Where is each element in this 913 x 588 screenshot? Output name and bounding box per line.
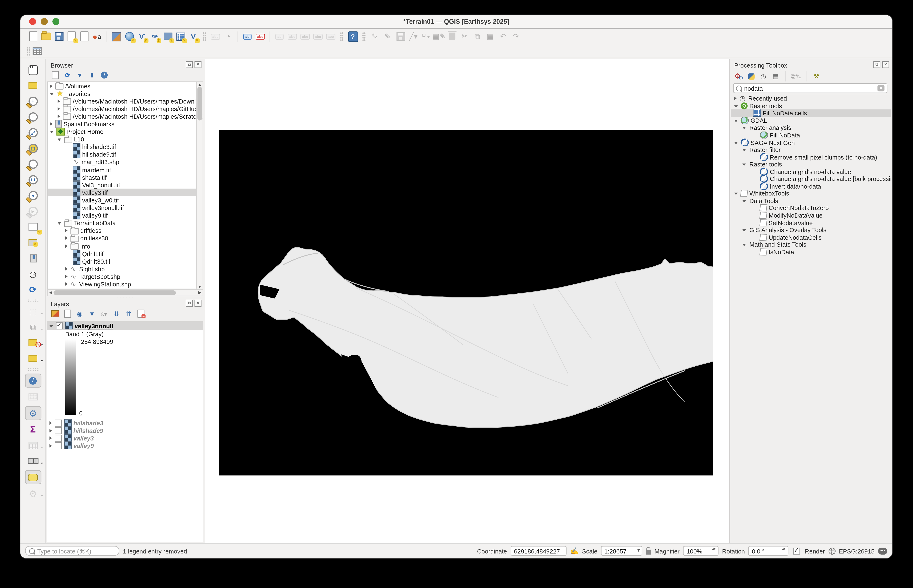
add-group-icon[interactable]: [63, 310, 71, 318]
show-hidden-labels-button[interactable]: abc: [287, 31, 298, 42]
chevron-down-icon[interactable]: [58, 139, 61, 141]
zoom-to-selection-button[interactable]: ◻: [25, 142, 40, 155]
browser-item[interactable]: /Volumes: [48, 82, 203, 90]
collapse-all-icon[interactable]: ⬆: [88, 71, 96, 79]
close-panel-icon[interactable]: ✕: [882, 61, 889, 68]
float-panel-icon[interactable]: ⧉: [186, 300, 193, 307]
chevron-down-icon[interactable]: [743, 164, 746, 166]
chevron-down-icon[interactable]: [58, 223, 61, 225]
processing-item[interactable]: Raster analysis: [731, 124, 891, 131]
chevron-right-icon[interactable]: [58, 115, 60, 118]
browser-item[interactable]: valley3_w0.tif: [48, 196, 203, 204]
chevron-down-icon[interactable]: [743, 127, 746, 129]
results-viewer-icon[interactable]: ▤: [772, 72, 780, 81]
render-checkbox[interactable]: [793, 548, 800, 554]
browser-item[interactable]: Project Home: [48, 128, 203, 135]
lock-scale-icon[interactable]: [646, 550, 651, 554]
browser-item[interactable]: ViewingStation.shp: [48, 280, 203, 288]
zoom-to-layer-button[interactable]: [25, 158, 40, 170]
zoom-full-button[interactable]: ⤢: [25, 126, 40, 139]
layer-diagram-button[interactable]: ◔: [223, 31, 233, 42]
chevron-down-icon[interactable]: [50, 325, 53, 327]
layer-row[interactable]: valley9: [47, 442, 203, 449]
add-virtual-layer-button[interactable]: V: [188, 31, 199, 42]
chevron-right-icon[interactable]: [50, 421, 52, 425]
scale-combo[interactable]: 1:28657: [601, 546, 642, 556]
processing-item[interactable]: Remove small pixel clumps (to no-data): [731, 153, 891, 161]
options-wrench-icon[interactable]: ⚒: [813, 72, 821, 81]
refresh-icon[interactable]: ⟳: [63, 71, 71, 79]
manage-map-themes-icon[interactable]: ◉: [76, 310, 84, 318]
chevron-right-icon[interactable]: [65, 237, 68, 240]
browser-item[interactable]: Val3_nonull.tif: [48, 181, 203, 189]
chevron-right-icon[interactable]: [65, 282, 68, 286]
collapse-all-icon[interactable]: ⇈: [125, 310, 133, 318]
browser-item[interactable]: driftless: [48, 227, 203, 234]
filter-legend-icon[interactable]: ▼: [88, 310, 96, 318]
magnifier-spin[interactable]: 100%: [683, 546, 719, 556]
chevron-right-icon[interactable]: [65, 267, 68, 271]
add-vector-layer-button[interactable]: [124, 31, 134, 42]
data-source-manager-button[interactable]: [111, 31, 122, 42]
identify-features-button[interactable]: i: [25, 373, 41, 388]
new-3d-map-view-button[interactable]: [25, 236, 40, 249]
processing-item[interactable]: Change a grid's no-data value: [731, 168, 891, 175]
chevron-down-icon[interactable]: [734, 120, 738, 122]
style-manager-button[interactable]: a: [92, 31, 102, 42]
select-by-form-button[interactable]: ⧉▾: [25, 321, 40, 334]
python-icon[interactable]: [747, 72, 755, 81]
copy-features-button[interactable]: ⧉: [472, 31, 483, 42]
processing-item[interactable]: QRaster tools: [731, 102, 891, 110]
layer-visibility-checkbox[interactable]: [55, 420, 62, 426]
browser-item[interactable]: L10: [48, 135, 203, 143]
select-by-location-button[interactable]: ▾: [25, 352, 40, 365]
vertex-tool-button[interactable]: ⑂▾: [421, 31, 431, 42]
crs-value[interactable]: EPSG:26915: [839, 548, 875, 554]
refresh-map-button[interactable]: ⟳: [25, 283, 40, 296]
save-edits-button[interactable]: [395, 31, 406, 42]
add-postgis-layer-button[interactable]: [163, 31, 173, 42]
browser-item[interactable]: Qdrift.tif: [48, 250, 203, 257]
pin-labels-button[interactable]: ab: [274, 31, 285, 42]
browser-item[interactable]: mardem.tif: [48, 166, 203, 173]
zoom-native-button[interactable]: 1:1: [25, 173, 40, 186]
processing-toolbox-button[interactable]: ⚙: [25, 406, 41, 420]
chevron-down-icon[interactable]: [743, 149, 746, 151]
processing-item[interactable]: WhiteboxTools: [731, 190, 891, 197]
processing-item[interactable]: UpdateNodataCells: [731, 234, 891, 241]
new-print-layout-button[interactable]: [66, 31, 77, 42]
active-layer-row[interactable]: valley3nonull: [47, 321, 203, 330]
processing-item[interactable]: SAGA Next Gen: [731, 139, 891, 146]
map-canvas[interactable]: [205, 59, 729, 543]
zoom-in-button[interactable]: +: [25, 95, 40, 108]
deselect-all-button[interactable]: ⃠▾: [25, 336, 40, 349]
float-panel-icon[interactable]: ⧉: [873, 61, 881, 68]
chevron-down-icon[interactable]: [734, 193, 738, 195]
redo-button[interactable]: ↷: [511, 31, 521, 42]
browser-item[interactable]: Favorites: [48, 90, 203, 97]
processing-item[interactable]: Fill NoData: [731, 131, 891, 139]
processing-item[interactable]: GIS Analysis - Overlay Tools: [731, 226, 891, 234]
browser-item[interactable]: Qdrift30.tif: [48, 257, 203, 265]
chevron-right-icon[interactable]: [50, 436, 52, 440]
locate-input[interactable]: Type to locate (⌘K): [25, 546, 120, 556]
refresh-attribute-table-button[interactable]: [32, 46, 42, 56]
chevron-down-icon[interactable]: [734, 105, 738, 108]
zoom-out-button[interactable]: −: [25, 110, 40, 123]
browser-item[interactable]: /Volumes/Macintosh HD/Users/maples/Scrat…: [48, 113, 203, 120]
processing-search-input[interactable]: nodata ✕: [733, 83, 887, 93]
chevron-right-icon[interactable]: [65, 244, 68, 248]
chevron-down-icon[interactable]: [50, 131, 54, 133]
chevron-down-icon[interactable]: [743, 200, 746, 202]
chevron-right-icon[interactable]: [50, 429, 52, 432]
chevron-down-icon[interactable]: [50, 93, 54, 95]
processing-item[interactable]: Change a grid's no-data value [bulk proc…: [731, 175, 891, 183]
map-tips-button[interactable]: [25, 470, 41, 484]
edit-in-place-icon[interactable]: ⧉✎: [792, 72, 800, 81]
processing-item-selected[interactable]: Fill NoData cells: [731, 110, 891, 117]
processing-item[interactable]: Recently used: [731, 95, 891, 102]
select-features-button[interactable]: ⬚▾: [25, 305, 40, 318]
browser-item[interactable]: /Volumes/Macintosh HD/Users/maples/GitHu…: [48, 105, 203, 113]
history-icon[interactable]: ◷: [759, 72, 767, 81]
open-project-button[interactable]: [41, 31, 51, 42]
